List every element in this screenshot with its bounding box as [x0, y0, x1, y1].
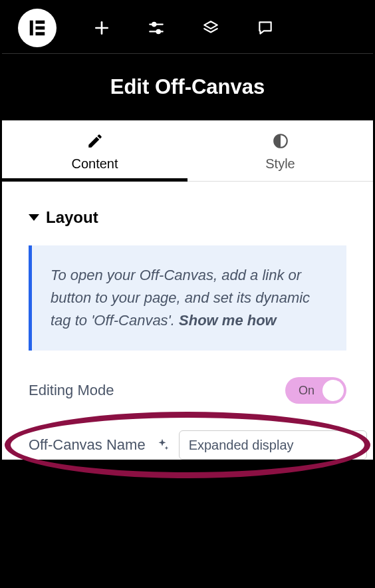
panel-title: Edit Off-Canvas [2, 75, 373, 99]
toggle-knob [322, 380, 344, 401]
off-canvas-name-row: Off-Canvas Name [2, 430, 373, 460]
toggle-state-label: On [299, 384, 314, 398]
panel-header: Edit Off-Canvas [2, 54, 373, 120]
layers-icon [202, 19, 219, 37]
svg-point-7 [152, 22, 156, 25]
comments-button[interactable] [256, 19, 275, 37]
sliders-icon [148, 19, 165, 37]
section-layout-header[interactable]: Layout [2, 182, 373, 245]
settings-button[interactable] [147, 19, 166, 37]
chat-icon [257, 19, 274, 37]
sparkle-icon [155, 438, 170, 452]
notice-link[interactable]: Show me how [179, 312, 277, 329]
topbar [2, 2, 373, 54]
contrast-icon [272, 132, 289, 150]
tab-style-label: Style [265, 156, 295, 172]
elementor-logo[interactable] [18, 9, 57, 47]
svg-rect-0 [30, 20, 33, 35]
plus-icon [93, 19, 110, 37]
structure-button[interactable] [201, 19, 220, 37]
chevron-down-icon [29, 214, 39, 221]
info-notice: To open your Off-Canvas, add a link or b… [29, 245, 346, 351]
editing-mode-toggle[interactable]: On [285, 377, 346, 404]
svg-marker-10 [204, 21, 217, 29]
panel-body: Layout To open your Off-Canvas, add a li… [2, 182, 373, 460]
tabs: Content Style [2, 120, 373, 182]
section-layout-title: Layout [46, 208, 98, 227]
svg-point-9 [157, 29, 160, 33]
add-button[interactable] [92, 19, 111, 37]
editing-mode-label: Editing Mode [29, 382, 285, 399]
elementor-logo-icon [27, 18, 47, 38]
pencil-icon [86, 132, 104, 150]
off-canvas-name-label: Off-Canvas Name [29, 436, 146, 454]
tab-content-label: Content [71, 156, 118, 172]
off-canvas-name-input[interactable] [179, 430, 367, 460]
svg-rect-2 [36, 26, 45, 29]
tab-style[interactable]: Style [188, 120, 373, 181]
editing-mode-row: Editing Mode On [2, 377, 373, 404]
svg-rect-3 [36, 32, 45, 35]
svg-rect-1 [36, 20, 45, 23]
tab-content[interactable]: Content [2, 120, 188, 181]
